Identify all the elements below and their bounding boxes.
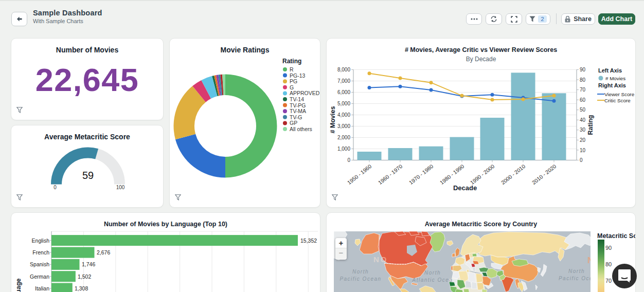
svg-text:1,000: 1,000 [337, 146, 350, 152]
svg-text:1980 - 1990: 1980 - 1990 [439, 163, 466, 186]
svg-text:0: 0 [347, 157, 350, 163]
svg-text:1,746: 1,746 [82, 261, 95, 267]
svg-text:3,000: 3,000 [337, 123, 350, 129]
svg-text:1950 - 1960: 1950 - 1960 [346, 163, 373, 186]
svg-text:1990 - 2000: 1990 - 2000 [469, 163, 496, 186]
svg-text:# Movies: # Movies [605, 76, 625, 81]
svg-text:TV-14: TV-14 [290, 96, 304, 102]
svg-text:1970 - 1980: 1970 - 1980 [408, 163, 435, 186]
svg-text:Rating: Rating [282, 58, 301, 65]
svg-text:Pacific Ocea: Pacific Ocea [559, 276, 591, 281]
svg-text:20: 20 [580, 137, 586, 143]
svg-text:2,000: 2,000 [337, 135, 350, 140]
svg-text:# Movies: # Movies [329, 106, 336, 134]
svg-text:Italian: Italian [35, 285, 49, 291]
svg-text:GP: GP [290, 120, 297, 126]
svg-text:1960 - 1970: 1960 - 1970 [377, 163, 404, 186]
svg-text:4,000: 4,000 [337, 112, 350, 118]
svg-text:70: 70 [580, 87, 586, 93]
svg-text:5,000: 5,000 [337, 101, 350, 106]
svg-text:TV-MA: TV-MA [290, 108, 306, 114]
svg-text:TV-PG: TV-PG [290, 102, 306, 108]
svg-text:Atlantic Ocea: Atlantic Ocea [412, 277, 453, 283]
svg-text:Left Axis: Left Axis [598, 67, 622, 74]
svg-text:2000 - 2010: 2000 - 2010 [500, 163, 527, 186]
svg-text:30: 30 [580, 127, 586, 133]
svg-text:60: 60 [580, 97, 586, 103]
svg-text:English: English [32, 238, 50, 244]
svg-text:N: N [587, 256, 591, 265]
svg-text:80: 80 [580, 77, 586, 83]
svg-text:7,000: 7,000 [337, 78, 350, 84]
svg-text:Pacific Ocean: Pacific Ocean [339, 276, 381, 282]
svg-text:Rating: Rating [587, 115, 594, 135]
svg-text:R: R [290, 66, 294, 72]
svg-text:2010 - 2020: 2010 - 2020 [531, 163, 558, 186]
svg-text:50: 50 [580, 107, 586, 113]
svg-text:TV-G: TV-G [290, 114, 302, 120]
svg-text:French: French [32, 249, 49, 256]
svg-text:North: North [568, 268, 585, 274]
svg-text:PG-13: PG-13 [290, 72, 306, 79]
svg-text:Spanish: Spanish [30, 261, 49, 267]
svg-text:Decade: Decade [453, 184, 477, 192]
svg-text:German: German [30, 273, 49, 280]
svg-text:1,502: 1,502 [78, 273, 91, 280]
svg-text:Right Axis: Right Axis [598, 82, 626, 88]
svg-text:6,000: 6,000 [337, 89, 350, 95]
svg-text:59: 59 [82, 170, 94, 181]
svg-text:40: 40 [580, 117, 586, 123]
svg-text:Viewer Score: Viewer Score [604, 92, 635, 97]
svg-text:NO: NO [373, 255, 388, 264]
svg-text:Critic Score: Critic Score [604, 98, 631, 103]
svg-text:0: 0 [580, 157, 583, 163]
svg-text:2,676: 2,676 [97, 249, 110, 256]
svg-text:All others: All others [290, 126, 312, 132]
svg-text:15,352: 15,352 [300, 238, 317, 244]
svg-text:North: North [424, 270, 441, 276]
svg-text:APPROVED: APPROVED [290, 90, 320, 96]
svg-text:100: 100 [116, 185, 125, 190]
svg-text:Language: Language [15, 278, 22, 292]
svg-text:PG: PG [290, 78, 297, 84]
svg-text:G: G [290, 84, 294, 90]
svg-text:10: 10 [580, 148, 586, 153]
svg-text:North: North [352, 269, 369, 275]
svg-text:0: 0 [53, 185, 57, 190]
svg-text:90: 90 [580, 67, 586, 72]
svg-text:1,308: 1,308 [75, 285, 88, 291]
svg-text:8,000: 8,000 [337, 67, 350, 72]
